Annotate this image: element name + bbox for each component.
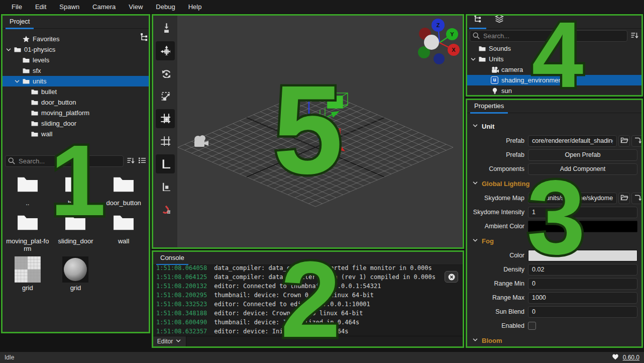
tree-item-levels[interactable]: levels bbox=[3, 55, 149, 65]
tree-item-sounds[interactable]: Sounds bbox=[467, 43, 641, 54]
reimport-button[interactable] bbox=[631, 135, 641, 147]
open-prefab-button[interactable]: Open Prefab bbox=[528, 149, 637, 161]
add-component-button[interactable]: Add Component bbox=[528, 163, 637, 175]
tree-item-sun[interactable]: sun bbox=[467, 85, 641, 95]
hierarchy-tabbar bbox=[467, 16, 641, 29]
project-search[interactable] bbox=[5, 155, 124, 167]
section-header-bloom[interactable]: Bloom bbox=[467, 333, 641, 346]
asset-tile--[interactable]: .. bbox=[4, 172, 52, 207]
console-clear-button[interactable] bbox=[445, 271, 458, 283]
folder-open-icon bbox=[620, 136, 628, 146]
tree-item-sfx[interactable]: sfx bbox=[3, 65, 149, 76]
asset-tile-wall[interactable]: wall bbox=[99, 211, 148, 252]
tree-item-moving-platform[interactable]: moving_platform bbox=[3, 108, 149, 118]
tool-snap-magnet-button[interactable] bbox=[156, 200, 175, 219]
prop-label: Sun Blend bbox=[467, 308, 528, 315]
section-header-global-lighting[interactable]: Global Lighting bbox=[467, 176, 641, 191]
tool-axes-button[interactable] bbox=[156, 154, 175, 173]
menu-item-camera[interactable]: Camera bbox=[86, 0, 122, 13]
chevron-down-icon[interactable] bbox=[14, 78, 21, 85]
tab-layers[interactable] bbox=[488, 16, 510, 28]
reimport-button[interactable] bbox=[631, 193, 641, 204]
console-log[interactable]: 1:51:08.064058data_compiler: data_compil… bbox=[153, 265, 463, 336]
folder-icon bbox=[22, 77, 30, 85]
tool-place-button[interactable] bbox=[156, 19, 175, 38]
viewport-scene[interactable]: Z Y X bbox=[177, 16, 463, 247]
color-swatch[interactable] bbox=[528, 221, 637, 232]
hierarchy-search-input[interactable] bbox=[470, 30, 627, 42]
log-message: thumbnail: device: Initialized in 0.464s bbox=[214, 319, 359, 326]
tree-item-units[interactable]: Units bbox=[467, 54, 641, 64]
tool-grid-button[interactable] bbox=[156, 132, 175, 151]
tree-item-wall[interactable]: wall bbox=[3, 129, 149, 139]
asset-tile-bullet[interactable]: bullet bbox=[52, 172, 100, 207]
tool-origin-button[interactable] bbox=[156, 177, 175, 196]
tree-item-01-physics[interactable]: 01-physics bbox=[3, 44, 149, 55]
axis-ball-neg-z[interactable] bbox=[434, 53, 445, 64]
tree-item-favorites[interactable]: Favorites bbox=[3, 34, 149, 44]
heart-icon[interactable] bbox=[611, 353, 619, 362]
asset-tile-grid[interactable]: grid bbox=[52, 256, 100, 292]
color-swatch[interactable] bbox=[528, 250, 637, 261]
checkbox[interactable] bbox=[528, 322, 536, 330]
asset-tile-sliding-door[interactable]: sliding_door bbox=[52, 211, 100, 252]
sort-icon[interactable] bbox=[127, 156, 135, 166]
tool-move-button[interactable] bbox=[156, 41, 175, 60]
grid-icon bbox=[160, 136, 170, 147]
tree-item-shading-environment[interactable]: ushading_environment bbox=[467, 75, 641, 85]
tool-rotate-button[interactable] bbox=[156, 64, 175, 83]
place-icon bbox=[160, 23, 170, 34]
tool-scale-button[interactable] bbox=[156, 86, 175, 106]
console-command-input[interactable] bbox=[186, 336, 463, 346]
axis-ball-home[interactable] bbox=[424, 35, 439, 50]
prop-value-input[interactable] bbox=[528, 207, 637, 218]
menu-item-view[interactable]: View bbox=[122, 0, 149, 13]
prop-path-input[interactable] bbox=[528, 193, 617, 204]
tab-project[interactable]: Project bbox=[3, 18, 37, 28]
camera-icon bbox=[491, 66, 499, 74]
prop-value-input[interactable] bbox=[528, 264, 637, 276]
prop-label: Enabled bbox=[467, 322, 528, 329]
tree-item-bullet[interactable]: bullet bbox=[3, 86, 149, 97]
folder-icon bbox=[110, 211, 138, 236]
chevron-down-icon[interactable] bbox=[470, 56, 477, 63]
tab-console[interactable]: Console bbox=[153, 254, 191, 264]
browse-button[interactable] bbox=[618, 135, 630, 147]
menu-item-help[interactable]: Help bbox=[182, 0, 208, 13]
menu-item-debug[interactable]: Debug bbox=[149, 0, 181, 13]
project-search-input[interactable] bbox=[5, 155, 124, 167]
tree-item-door-button[interactable]: door_button bbox=[3, 97, 149, 108]
tab-properties[interactable]: Properties bbox=[467, 102, 511, 113]
console-input-row: Editor bbox=[153, 336, 463, 346]
console-line: 1:51:08.600490thumbnail: device: Initial… bbox=[156, 318, 460, 327]
prop-value-input[interactable] bbox=[528, 292, 637, 304]
list-view-icon[interactable] bbox=[138, 156, 146, 166]
menu-item-spawn[interactable]: Spawn bbox=[53, 0, 86, 13]
tree-item-camera[interactable]: camera bbox=[467, 64, 641, 75]
expand-tree-icon[interactable] bbox=[140, 33, 149, 44]
prop-value-input[interactable] bbox=[528, 278, 637, 290]
console-channel-dropdown[interactable]: Editor bbox=[153, 336, 186, 346]
prop-path-input[interactable] bbox=[528, 135, 617, 147]
asset-tile-door-button[interactable]: door_button bbox=[99, 172, 148, 207]
hierarchy-search[interactable] bbox=[470, 30, 627, 42]
browse-button[interactable] bbox=[618, 193, 630, 204]
menu-item-file[interactable]: File bbox=[5, 0, 29, 13]
version-link[interactable]: 0.60.0 bbox=[623, 354, 639, 361]
orientation-gizmo[interactable]: Z Y X bbox=[418, 19, 460, 64]
tool-snap-frame-button[interactable] bbox=[156, 109, 175, 128]
section-header-unit[interactable]: Unit bbox=[467, 119, 641, 134]
prop-value-input[interactable] bbox=[528, 306, 637, 318]
prop-row-skydome-map: Skydome Map bbox=[467, 191, 641, 205]
prop-row-enabled: Enabled bbox=[467, 319, 641, 333]
folder-icon bbox=[31, 88, 39, 96]
tree-item-sliding-door[interactable]: sliding_door bbox=[3, 118, 149, 129]
chevron-down-icon[interactable] bbox=[5, 46, 12, 53]
tree-item-units[interactable]: units bbox=[3, 76, 149, 86]
asset-tile-moving-plat-form[interactable]: moving_plat-form bbox=[4, 211, 52, 252]
tab-hierarchy[interactable] bbox=[467, 16, 488, 28]
asset-tile-grid[interactable]: grid bbox=[4, 256, 52, 292]
filter-icon[interactable] bbox=[630, 31, 639, 41]
menu-item-edit[interactable]: Edit bbox=[29, 0, 53, 13]
section-header-fog[interactable]: Fog bbox=[467, 233, 641, 248]
